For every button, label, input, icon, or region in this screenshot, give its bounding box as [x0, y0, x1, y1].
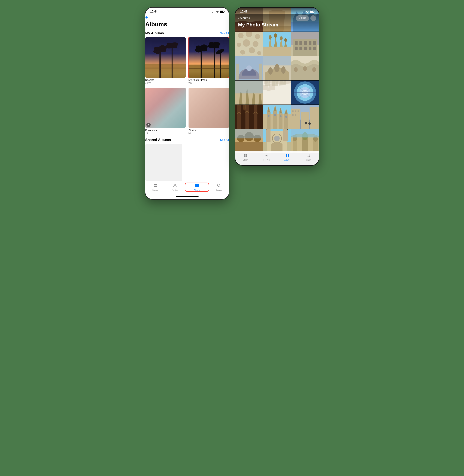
photo-cell-10[interactable] — [235, 81, 263, 104]
album-thumb-favourites: ♥ — [145, 88, 186, 128]
photo-cell-12[interactable] — [291, 81, 319, 104]
svg-rect-98 — [237, 105, 241, 129]
album-item-stories[interactable]: Stories 59 — [189, 88, 229, 134]
svg-rect-16 — [214, 45, 215, 78]
wifi-icon-right — [306, 10, 309, 13]
tab-foryou-right[interactable]: For You — [256, 152, 277, 162]
see-all-button-1[interactable]: See All — [220, 32, 229, 35]
search-icon-right — [306, 153, 310, 159]
svg-rect-29 — [195, 186, 197, 187]
album-item-recents[interactable]: Recents 1 897 — [145, 37, 186, 84]
svg-rect-68 — [313, 47, 316, 50]
select-button[interactable]: Select — [296, 15, 309, 21]
photo-cell-11[interactable] — [263, 81, 291, 104]
nav-actions: Select ··· — [296, 15, 316, 21]
photo-cell-9[interactable] — [291, 56, 319, 80]
photo-cell-8[interactable] — [263, 56, 291, 80]
album-name-stories: Stories — [189, 129, 229, 132]
svg-rect-25 — [155, 186, 157, 187]
tab-label-search: Search — [216, 189, 222, 191]
svg-rect-27 — [195, 184, 197, 186]
album-name-photostream: My Photo Stream — [189, 79, 229, 81]
svg-rect-24 — [154, 186, 155, 187]
svg-rect-67 — [309, 47, 311, 50]
svg-point-76 — [274, 64, 280, 72]
stream-title: My Photo Stream — [238, 22, 316, 28]
svg-point-45 — [252, 41, 258, 47]
back-button[interactable]: ‹ Albums — [238, 16, 250, 20]
svg-rect-100 — [254, 105, 257, 129]
photo-cell-17[interactable] — [263, 129, 291, 153]
left-phone: 10:44 + Albums My Albums See All — [145, 7, 230, 200]
svg-point-122 — [309, 122, 311, 125]
svg-rect-23 — [155, 184, 157, 185]
tab-library[interactable]: Library — [145, 183, 165, 192]
svg-rect-150 — [288, 154, 289, 156]
svg-rect-65 — [300, 47, 302, 50]
page-title: Albums — [145, 21, 229, 28]
shared-albums-title: Shared Albums — [145, 138, 171, 142]
left-phone-content: + Albums My Albums See All — [145, 15, 229, 181]
photo-cell-6[interactable] — [291, 32, 319, 56]
tab-label-albums-right: Albums — [284, 159, 290, 161]
tab-foryou[interactable]: For You — [165, 183, 185, 192]
svg-point-53 — [274, 33, 277, 38]
svg-rect-145 — [246, 154, 247, 155]
photo-cell-5[interactable] — [263, 32, 291, 56]
svg-rect-119 — [292, 114, 293, 116]
back-chevron-icon: ‹ — [238, 16, 239, 20]
svg-rect-134 — [266, 129, 271, 142]
album-name-favourites: Favourites — [145, 129, 186, 132]
album-name-recents: Recents — [145, 79, 186, 81]
album-count-stories: 59 — [189, 132, 229, 134]
right-phone: 10:47 ‹ Albums Select — [235, 7, 319, 166]
svg-rect-2 — [159, 49, 161, 78]
see-all-button-2[interactable]: See All — [220, 138, 229, 141]
album-count-recents: 1 897 — [145, 81, 186, 84]
svg-rect-51 — [263, 47, 291, 56]
svg-rect-146 — [244, 155, 245, 157]
album-item-photostream[interactable]: My Photo Stream 958 — [189, 37, 229, 84]
svg-rect-152 — [288, 156, 289, 157]
tab-albums-right[interactable]: Albums — [277, 152, 298, 162]
svg-point-54 — [280, 36, 283, 40]
album-grid-row1: Recents 1 897 — [145, 37, 229, 84]
svg-point-75 — [268, 67, 273, 75]
svg-rect-22 — [154, 184, 155, 185]
album-thumb-recents — [145, 37, 186, 78]
svg-rect-151 — [286, 156, 287, 157]
svg-rect-143 — [291, 129, 319, 138]
tab-library-right[interactable]: Library — [235, 152, 256, 162]
svg-rect-63 — [313, 41, 316, 45]
svg-rect-61 — [304, 41, 307, 45]
tab-search-right[interactable]: Search — [298, 152, 319, 162]
photo-cell-14[interactable] — [263, 105, 291, 129]
photo-cell-18[interactable] — [291, 129, 319, 153]
heart-badge: ♥ — [146, 123, 151, 127]
tab-search[interactable]: Search — [209, 183, 229, 192]
tab-albums[interactable]: Albums — [185, 183, 209, 192]
photo-cell-7[interactable] — [235, 56, 263, 80]
photo-cell-4[interactable] — [235, 32, 263, 56]
svg-rect-1 — [145, 64, 186, 78]
svg-rect-62 — [309, 41, 311, 45]
tab-bar-right: Library For You Albums Search — [235, 151, 319, 165]
svg-point-107 — [268, 115, 270, 117]
svg-rect-28 — [197, 184, 199, 186]
album-item-favourites[interactable]: ♥ Favourites 46 — [145, 88, 186, 134]
photo-cell-15[interactable] — [291, 105, 319, 129]
svg-rect-12 — [201, 48, 202, 78]
more-button[interactable]: ··· — [310, 15, 316, 21]
add-button[interactable]: + — [145, 15, 229, 20]
photo-cell-13[interactable] — [235, 105, 263, 129]
svg-point-55 — [284, 38, 287, 42]
svg-point-42 — [255, 34, 260, 39]
svg-point-44 — [242, 39, 250, 47]
my-albums-header: My Albums See All — [145, 31, 229, 35]
svg-rect-74 — [263, 56, 291, 65]
svg-point-70 — [246, 65, 252, 71]
svg-rect-115 — [309, 107, 319, 129]
svg-rect-30 — [197, 186, 199, 187]
album-thumb-photostream — [189, 37, 229, 78]
photo-cell-16[interactable] — [235, 129, 263, 153]
